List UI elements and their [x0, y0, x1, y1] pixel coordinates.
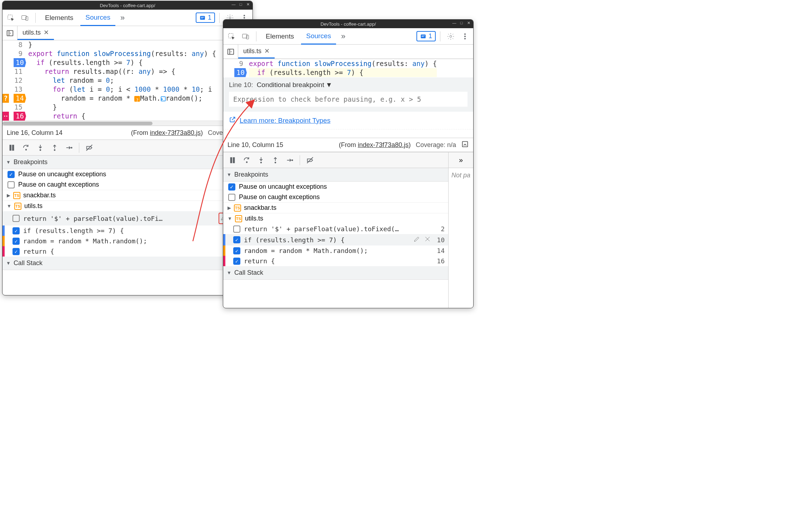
breakpoint-row[interactable]: return '$' + parseFloat(value).toFixed(……: [223, 224, 448, 234]
breakpoint-row[interactable]: ✓ random = random * Math.random(); 14: [2, 236, 252, 246]
minimize-button[interactable]: —: [451, 20, 458, 26]
source-map-link[interactable]: index-73f73a80.js: [358, 141, 409, 148]
pause-uncaught-row[interactable]: ✓ Pause on uncaught exceptions: [2, 169, 252, 179]
checkbox-checked-icon[interactable]: ✓: [12, 227, 20, 234]
inspect-element-icon[interactable]: [225, 30, 238, 42]
checkbox-icon[interactable]: [233, 226, 240, 233]
step-over-button[interactable]: [20, 141, 32, 154]
pause-uncaught-row[interactable]: ✓ Pause on uncaught exceptions: [223, 182, 448, 192]
breakpoint-row[interactable]: ✓ random = random * Math.random(); 14: [223, 245, 448, 256]
file-tab-utils[interactable]: utils.ts ✕: [238, 45, 275, 59]
breakpoint-file-snackbar[interactable]: ▶ TS snackbar.ts: [223, 202, 448, 213]
learn-more-link[interactable]: Learn more: Breakpoint Types: [240, 117, 330, 125]
tab-sources[interactable]: Sources: [80, 10, 115, 26]
breakpoint-file-utils[interactable]: ▼ TS utils.ts: [223, 213, 448, 224]
line-number[interactable]: 12: [14, 76, 22, 84]
checkbox-checked-icon[interactable]: ✓: [12, 238, 20, 245]
gutter[interactable]: 9 10: [223, 59, 247, 77]
checkbox-icon[interactable]: [8, 181, 15, 188]
breakpoint-condition-input[interactable]: [229, 92, 468, 107]
more-panels-icon[interactable]: »: [449, 152, 473, 168]
line-number[interactable]: 9: [239, 60, 243, 67]
pause-button[interactable]: [226, 154, 239, 167]
checkbox-icon[interactable]: [12, 215, 20, 222]
callstack-section-header[interactable]: ▼ Call Stack: [2, 257, 252, 270]
code-content[interactable]: export function slowProcessing(results: …: [247, 59, 437, 77]
source-map-link[interactable]: index-73f73a80.js: [150, 129, 201, 136]
breakpoint-file-utils[interactable]: ▼ TS utils.ts: [2, 201, 252, 211]
device-toggle-icon[interactable]: [19, 12, 31, 24]
code-editor[interactable]: 9 10 export function slowProcessing(resu…: [223, 59, 473, 77]
checkbox-checked-icon[interactable]: ✓: [233, 236, 240, 243]
step-out-button[interactable]: [48, 141, 61, 154]
pause-caught-row[interactable]: Pause on caught exceptions: [2, 179, 252, 190]
line-number[interactable]: 11: [14, 67, 22, 75]
code-editor[interactable]: 8 9 10 11 12 13 ?14 15 ••16 } export fun…: [2, 40, 252, 121]
line-number-breakpoint[interactable]: 14: [14, 94, 26, 103]
breakpoint-row[interactable]: ✓ if (results.length >= 7) { 10: [2, 226, 252, 236]
step-button[interactable]: [283, 154, 296, 167]
checkbox-checked-icon[interactable]: ✓: [12, 248, 20, 255]
breakpoint-row[interactable]: ✓ if (results.length >= 7) { 10: [223, 234, 448, 245]
settings-icon[interactable]: [445, 30, 457, 42]
checkbox-checked-icon[interactable]: ✓: [228, 183, 235, 191]
line-number[interactable]: 15: [14, 103, 22, 111]
line-number-breakpoint[interactable]: 16: [14, 112, 26, 121]
pause-button[interactable]: [5, 141, 18, 154]
tab-elements[interactable]: Elements: [261, 28, 299, 44]
line-number[interactable]: 8: [19, 41, 22, 49]
device-toggle-icon[interactable]: [240, 30, 252, 42]
checkbox-checked-icon[interactable]: ✓: [233, 247, 240, 254]
breakpoint-file-snackbar[interactable]: ▶ TS snackbar.ts: [2, 190, 252, 201]
step-over-button[interactable]: [240, 154, 253, 167]
breakpoints-section-header[interactable]: ▼ Breakpoints: [2, 156, 252, 169]
close-button[interactable]: ✕: [465, 20, 472, 26]
checkbox-checked-icon[interactable]: ✓: [8, 171, 15, 178]
inline-breakpoint-conditional-icon[interactable]: ?: [134, 96, 140, 102]
close-tab-icon[interactable]: ✕: [264, 47, 270, 55]
remove-breakpoint-icon[interactable]: [424, 235, 431, 244]
inline-breakpoint-icon[interactable]: [161, 96, 166, 101]
line-number[interactable]: 9: [19, 50, 22, 57]
file-tab-utils[interactable]: utils.ts ✕: [18, 26, 54, 40]
close-button[interactable]: ✕: [245, 1, 251, 7]
maximize-button[interactable]: □: [238, 1, 244, 7]
issues-counter[interactable]: 1: [416, 31, 436, 41]
minimize-button[interactable]: —: [230, 1, 237, 7]
horizontal-scrollbar[interactable]: [2, 121, 252, 126]
breakpoint-row[interactable]: ✓ return { 16: [223, 256, 448, 266]
close-tab-icon[interactable]: ✕: [44, 29, 49, 36]
line-number-breakpoint[interactable]: 10: [234, 68, 247, 77]
edit-icon[interactable]: [413, 235, 420, 244]
tab-elements[interactable]: Elements: [40, 10, 78, 26]
checkbox-icon[interactable]: [228, 194, 235, 201]
gutter[interactable]: 8 9 10 11 12 13 ?14 15 ••16: [2, 40, 26, 121]
breakpoints-section-header[interactable]: ▼ Breakpoints: [223, 168, 448, 182]
deactivate-breakpoints-button[interactable]: [83, 141, 96, 154]
checkbox-checked-icon[interactable]: ✓: [233, 258, 240, 265]
step-out-button[interactable]: [269, 154, 282, 167]
more-tabs-icon[interactable]: »: [338, 32, 348, 41]
step-into-button[interactable]: [255, 154, 268, 167]
issues-counter[interactable]: 1: [196, 12, 215, 23]
show-navigator-icon[interactable]: [223, 45, 238, 59]
breakpoint-row[interactable]: return '$' + parseFloat(value).toFi… 2: [2, 211, 252, 226]
window-titlebar[interactable]: DevTools - coffee-cart.app/ — □ ✕: [2, 1, 252, 10]
line-number[interactable]: 13: [14, 85, 22, 93]
more-tabs-icon[interactable]: »: [118, 13, 128, 22]
deactivate-breakpoints-button[interactable]: [304, 154, 316, 167]
window-titlebar[interactable]: DevTools - coffee-cart.app/ — □ ✕: [223, 20, 473, 28]
breakpoint-row[interactable]: ✓ return { 16: [2, 246, 252, 257]
pause-caught-row[interactable]: Pause on caught exceptions: [223, 192, 448, 202]
pretty-print-icon[interactable]: [461, 140, 469, 150]
callstack-section-header[interactable]: ▼ Call Stack: [223, 266, 448, 280]
maximize-button[interactable]: □: [458, 20, 465, 26]
inspect-element-icon[interactable]: [5, 12, 17, 24]
show-navigator-icon[interactable]: [2, 26, 18, 40]
code-content[interactable]: } export function slowProcessing(results…: [26, 40, 216, 121]
tab-sources[interactable]: Sources: [301, 29, 336, 45]
step-button[interactable]: [62, 141, 75, 154]
step-into-button[interactable]: [34, 141, 47, 154]
breakpoint-type-select[interactable]: Conditional breakpoint ▼: [257, 81, 332, 89]
kebab-menu-icon[interactable]: [459, 30, 471, 42]
